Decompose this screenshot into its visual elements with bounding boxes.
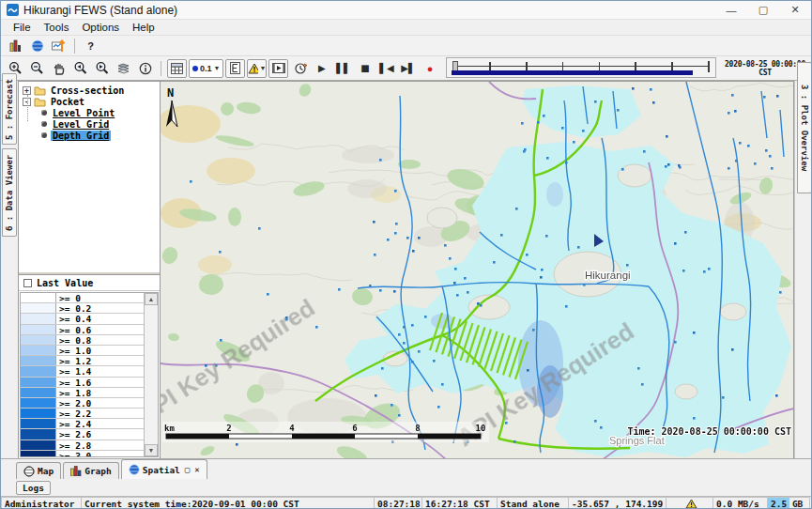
tab-data-viewer[interactable]: 6 : Data Viewer [2,148,17,237]
info-icon[interactable] [135,59,155,78]
left-tab-strip: 5 : Forecast 6 : Data Viewer [1,81,18,458]
play-button[interactable]: ▶ [312,59,331,78]
scale-bar: km 2 4 6 8 10 [162,422,489,442]
legend-row-label: >= 2.0 [56,398,144,408]
pan-icon[interactable] [49,59,69,78]
tree-item-depth-grid[interactable]: Depth Grid [19,130,160,141]
timeline-span-bar [452,70,693,75]
map-canvas[interactable]: API Key Required API Key Required N km 2… [161,82,794,458]
layers-icon[interactable] [114,59,133,78]
toolbar-separator [74,39,75,54]
pause-button[interactable]: ▌▌ [333,59,353,78]
legend-row-label: >= 0.4 [56,314,144,323]
tree-item-pocket[interactable]: -Pocket [19,96,160,107]
legend-row-label: >= 0.8 [56,335,144,345]
legend-row-label: >= 0.2 [56,303,144,313]
legend-row-label: >= 1.8 [56,388,144,397]
logs-row: Logs [1,479,812,496]
legend-color-swatch [21,335,56,345]
legend-color-swatch [21,388,56,397]
warning-threshold-dropdown[interactable]: ▼ [247,59,267,78]
help-button[interactable]: ? [81,37,100,55]
scroll-up-icon[interactable]: ▲ [145,293,158,305]
legend-color-swatch [21,346,56,355]
contour-interval-dropdown[interactable]: 0.1 ▼ [189,59,223,78]
legend-row: >= 0.2 [21,303,158,314]
tree-item-level-grid[interactable]: Level Grid [19,118,160,130]
legend-row: >= 2.4 [21,419,158,429]
svg-text:N: N [167,86,174,100]
tree-bullet-icon [41,110,47,116]
timestep-clock-icon[interactable] [290,59,310,78]
last-value-checkbox[interactable] [23,279,32,287]
tab-graph[interactable]: Graph [63,462,119,479]
tree-item-cross-section[interactable]: +Cross-section [19,85,160,96]
tab-plot-overview[interactable]: 3 : Plot Overview [797,62,812,193]
vertical-profile-button[interactable] [225,59,245,78]
legend-row-label: >= 1.2 [56,356,144,365]
status-bar: AdministratorCurrent system time:2020-09… [1,496,812,509]
scroll-down-icon[interactable]: ▼ [145,444,158,456]
map-display-button[interactable] [27,37,47,55]
legend-row: >= 1.6 [21,378,158,388]
database-viewer-button[interactable] [6,37,25,55]
legend-row: >= 2.0 [21,398,158,409]
map-toolbar: 0.1 ▼ ▼ ▶ ▌▌ ■ ▌◀ ▶▌ ● 2020-08-25 00:00:… [1,56,811,81]
tab-forecast[interactable]: 5 : Forecast [2,73,17,145]
timeline-date: 2020-08-25 00:00:00 CST [721,60,809,77]
legend-color-swatch [21,314,56,323]
chevron-down-icon: ▼ [214,65,221,71]
legend-row: >= 0.8 [21,335,158,346]
tab-map-label: Map [38,466,54,476]
minimize-icon[interactable]: — [715,1,747,19]
stop-button[interactable]: ■ [355,59,375,78]
legend-color-swatch [21,429,56,439]
menu-help[interactable]: Help [126,22,161,33]
spatial-display-button[interactable] [49,37,69,55]
legend-color-swatch [21,398,56,408]
animation-export-button[interactable] [268,59,288,78]
legend-color-swatch [21,378,56,387]
right-tab-strip: 3 : Plot Overview [794,81,812,458]
tab-maximize-icon[interactable]: ▢ [185,465,190,474]
tree-guide-line [27,95,28,121]
skip-to-end-button[interactable]: ▶▌ [398,59,418,78]
grid-display-button[interactable] [167,59,187,78]
tree-item-label: Level Point [51,108,116,118]
status-memory: 2.5 GB [768,497,810,509]
legend-color-swatch [21,419,56,428]
legend-row: >= 3.0 [21,451,158,457]
tree-item-level-point[interactable]: Level Point [19,107,160,118]
tab-map[interactable]: Map [16,462,61,479]
tree-bullet-icon [41,132,47,138]
svg-text:4: 4 [289,424,295,433]
zoom-next-icon[interactable] [92,59,112,78]
skip-to-start-button[interactable]: ▌◀ [376,59,396,78]
legend-row: >= 0.6 [21,325,158,335]
timeline-slider[interactable] [446,57,716,78]
legend-color-swatch [21,366,56,376]
legend-row: >= 2.2 [21,409,158,419]
menu-file[interactable]: File [7,22,38,33]
close-icon[interactable]: ✕ [779,1,811,19]
record-button[interactable]: ● [420,59,439,78]
menu-options[interactable]: Options [75,22,126,33]
legend-row: >= 0.4 [21,314,158,324]
logs-button[interactable]: Logs [16,481,51,495]
map-viewport[interactable]: API Key Required API Key Required N km 2… [161,81,794,458]
legend-color-swatch [21,356,56,365]
menu-tools[interactable]: Tools [38,22,76,33]
tree-expander-icon[interactable]: + [23,86,31,95]
interval-dot-icon [192,66,198,71]
legend-scrollbar[interactable]: ▲ ▼ [144,293,158,456]
main-toolbar: ? [1,36,811,56]
tab-spatial[interactable]: Spatial ▢ ✕ [121,459,207,479]
tab-close-icon[interactable]: ✕ [194,465,199,474]
legend-color-swatch [21,451,56,457]
bar-chart-icon [70,466,82,476]
zoom-previous-icon[interactable] [70,59,90,78]
maximize-icon[interactable]: ▢ [747,1,779,19]
zoom-out-icon[interactable] [27,59,47,78]
place-label-hikurangi: Hikurangi [585,270,631,281]
legend-row-label: >= 2.4 [56,419,144,428]
